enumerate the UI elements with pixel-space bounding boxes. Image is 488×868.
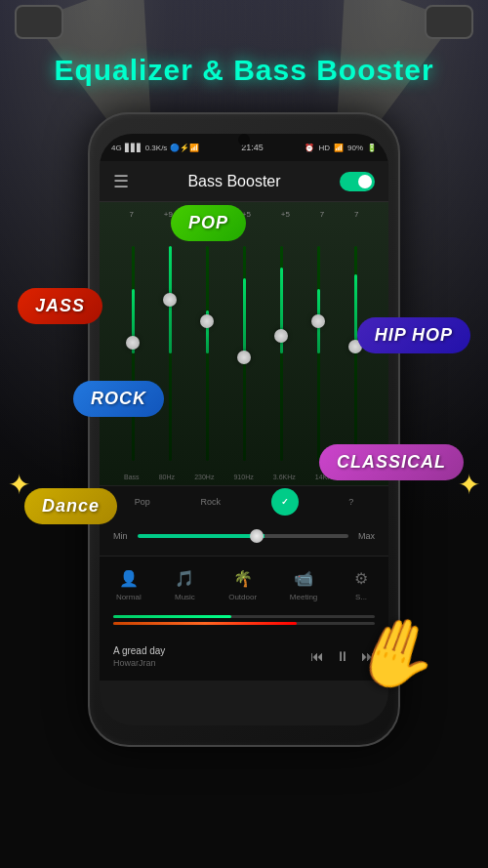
freq-val-5: +5 — [281, 210, 290, 219]
tab-normal-label: Normal — [116, 593, 142, 601]
tab-settings-label: S... — [355, 593, 367, 601]
freq-36khz: 3.6KHz — [273, 474, 296, 480]
pause-button[interactable]: ⏸ — [336, 648, 349, 664]
tab-music[interactable]: 🎵 Music — [174, 568, 195, 601]
genre-pop[interactable]: POP — [171, 205, 246, 241]
battery-level: 90% — [347, 144, 363, 152]
genre-rock[interactable]: ROCK — [73, 381, 164, 417]
eq-sliders-container — [100, 227, 388, 461]
normal-icon: 👤 — [118, 568, 140, 590]
bass-min-label: Min — [113, 531, 128, 541]
bass-slider-thumb[interactable] — [250, 529, 264, 543]
eq-thumb-1[interactable] — [126, 336, 140, 350]
battery-icon: 🔋 — [367, 144, 377, 152]
preset-help[interactable]: ? — [348, 497, 353, 507]
preset-row: Pop Rock ✓ ? — [100, 485, 388, 517]
status-icons: 🔵⚡📶 — [170, 144, 199, 152]
preset-rock[interactable]: Rock — [200, 497, 221, 507]
power-toggle[interactable] — [340, 172, 375, 191]
progress-section — [100, 612, 388, 632]
eq-thumb-3[interactable] — [200, 314, 214, 328]
preset-custom-label: ✓ — [281, 497, 289, 507]
page-title: Equalizer & Bass Booster — [0, 54, 488, 87]
tab-meeting-label: Meeting — [290, 593, 317, 601]
bass-slider-track[interactable] — [138, 534, 348, 538]
meeting-icon: 📹 — [293, 568, 314, 590]
progress-fill-green — [113, 615, 231, 618]
menu-icon[interactable]: ☰ — [113, 171, 129, 192]
eq-thumb-4[interactable] — [237, 351, 251, 364]
preset-custom[interactable]: ✓ — [271, 488, 299, 516]
tab-settings[interactable]: ⚙ S... — [350, 568, 372, 601]
status-left: 4G ▋▋▋ 0.3K/s 🔵⚡📶 — [111, 144, 199, 152]
tab-music-label: Music — [175, 593, 195, 601]
eq-slider-4[interactable] — [243, 246, 246, 461]
sparkle-right-icon: ✦ — [458, 469, 480, 501]
genre-hiphop[interactable]: HIP HOP — [357, 317, 470, 353]
progress-fill-red — [113, 622, 297, 625]
eq-slider-5[interactable] — [280, 246, 283, 461]
eq-thumb-5[interactable] — [274, 329, 288, 343]
genre-classical[interactable]: CLASSICAL — [319, 444, 464, 480]
equalizer-area: 7 +9 +5 +5 +5 7 7 — [100, 202, 388, 485]
freq-val-6: 7 — [320, 210, 324, 219]
freq-80hz: 80Hz — [159, 474, 175, 480]
eq-slider-1[interactable] — [132, 246, 135, 461]
prev-button[interactable]: ⏮ — [310, 648, 324, 664]
song-info: A gread day HowarJran — [113, 645, 165, 668]
app-header: ☰ Bass Booster — [100, 161, 388, 202]
speed-indicator: 0.3K/s — [145, 144, 168, 152]
settings-icon: ⚙ — [350, 568, 372, 590]
bottom-tabs: 👤 Normal 🎵 Music 🌴 Outdoor 📹 Meeting ⚙ — [100, 556, 388, 612]
freq-230hz: 230Hz — [194, 474, 214, 480]
eq-slider-6[interactable] — [317, 246, 320, 461]
freq-bass: Bass — [124, 474, 140, 480]
signal-bars: ▋▋▋ — [125, 144, 142, 152]
bass-max-label: Max — [358, 531, 375, 541]
bass-booster-section: Min Max — [100, 517, 388, 556]
song-title: A gread day — [113, 645, 165, 656]
freq-val-7: 7 — [354, 210, 358, 219]
tab-outdoor[interactable]: 🌴 Outdoor — [228, 568, 257, 601]
quality-badge: HD — [318, 144, 330, 152]
spotlight-head-left — [15, 5, 63, 39]
eq-slider-2[interactable] — [169, 246, 172, 461]
eq-fill-4 — [243, 278, 246, 353]
genre-jass[interactable]: JASS — [18, 288, 102, 324]
signal-icon: 4G — [111, 144, 122, 152]
alarm-icon: ⏰ — [305, 144, 314, 152]
outdoor-icon: 🌴 — [232, 568, 254, 590]
preset-pop[interactable]: Pop — [135, 497, 150, 507]
progress-bar-green[interactable] — [113, 615, 375, 618]
freq-val-1: 7 — [129, 210, 133, 219]
eq-thumb-6[interactable] — [311, 314, 325, 328]
music-icon: 🎵 — [174, 568, 195, 590]
wifi-icon: 📶 — [334, 144, 344, 152]
spotlight-head-right — [425, 5, 473, 39]
tab-meeting[interactable]: 📹 Meeting — [290, 568, 317, 601]
tab-normal[interactable]: 👤 Normal — [116, 568, 142, 601]
eq-slider-7[interactable] — [354, 246, 357, 461]
camera-notch — [238, 134, 250, 145]
eq-thumb-2[interactable] — [163, 293, 177, 307]
tab-outdoor-label: Outdoor — [228, 593, 257, 601]
status-right: ⏰ HD 📶 90% 🔋 — [305, 144, 377, 152]
progress-bar-red[interactable] — [113, 622, 375, 625]
app-title: Bass Booster — [187, 173, 280, 190]
song-artist: HowarJran — [113, 658, 165, 668]
eq-slider-3[interactable] — [206, 246, 209, 461]
genre-dance[interactable]: Dance — [24, 488, 117, 524]
freq-910hz: 910Hz — [233, 474, 253, 480]
